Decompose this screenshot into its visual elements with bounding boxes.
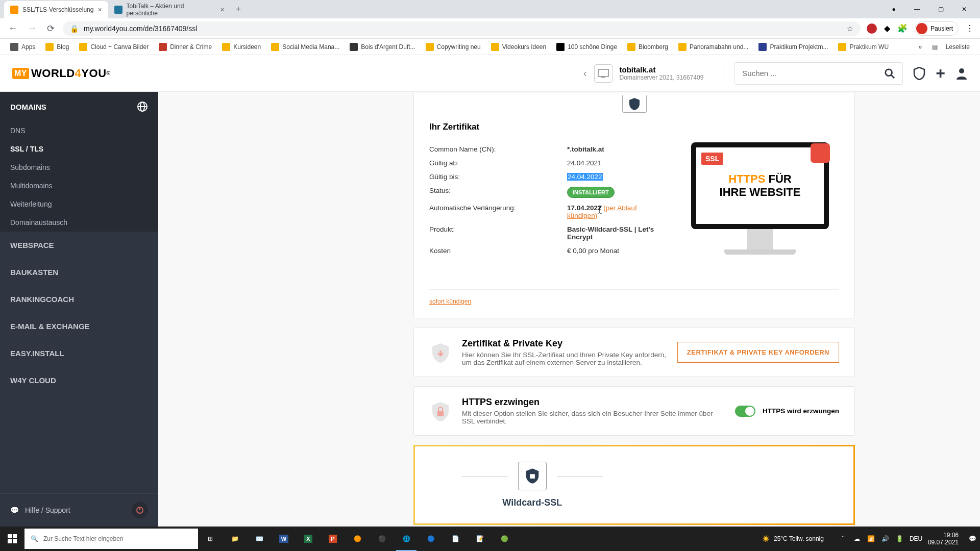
window-controls: ● — ▢ ✕: [882, 1, 976, 17]
mail-icon[interactable]: ✉️: [247, 527, 272, 551]
url-field[interactable]: 🔒 my.world4you.com/de/31667409/ssl ☆: [63, 21, 861, 36]
notifications-icon[interactable]: 💬: [968, 535, 977, 542]
bookmark[interactable]: Bois d'Argent Duft...: [346, 41, 419, 53]
reading-list-button[interactable]: ▤ Leseliste: [928, 41, 974, 53]
app-icon[interactable]: 🟠: [345, 527, 370, 551]
bookmark[interactable]: Bloomberg: [623, 41, 672, 53]
bookmark[interactable]: Blog: [41, 41, 73, 53]
https-toggle[interactable]: [735, 406, 755, 417]
close-icon[interactable]: ×: [220, 6, 224, 14]
logout-button[interactable]: [132, 502, 148, 518]
sidebar-item-subdomains[interactable]: Subdomains: [0, 158, 158, 177]
user-icon[interactable]: [955, 67, 968, 80]
volume-icon[interactable]: 🔊: [881, 535, 890, 542]
sidebar-item-multidomains[interactable]: Multidomains: [0, 177, 158, 195]
url-text: my.world4you.com/de/31667409/ssl: [84, 24, 197, 33]
svg-point-2: [886, 69, 892, 76]
plus-icon[interactable]: +: [936, 64, 945, 83]
sun-icon: ☀️: [762, 535, 770, 542]
sidebar-section-email[interactable]: E-MAIL & EXCHANGE: [0, 313, 158, 340]
powerpoint-icon[interactable]: P: [321, 527, 345, 551]
sidebar-section-baukasten[interactable]: BAUKASTEN: [0, 259, 158, 286]
wifi-icon[interactable]: 📶: [867, 535, 876, 542]
search-button[interactable]: [877, 63, 902, 84]
start-button[interactable]: [0, 527, 24, 551]
app-icon[interactable]: ●: [882, 1, 905, 17]
sidebar-item-dns[interactable]: DNS: [0, 121, 158, 140]
app-icon[interactable]: 📝: [468, 527, 492, 551]
browser-tab-active[interactable]: SSL/TLS-Verschlüsselung ×: [4, 1, 108, 18]
sidebar-item-domainaustausch[interactable]: Domainaustausch: [0, 213, 158, 232]
tray-chevron-icon[interactable]: ˄: [838, 535, 847, 542]
language-indicator[interactable]: DEU: [910, 535, 919, 542]
cert-title: Ihr Zertifikat: [429, 122, 839, 132]
sidebar-section-webspace[interactable]: WEBSPACE: [0, 232, 158, 259]
bookmark[interactable]: Praktikum WU: [834, 41, 893, 53]
section-desc: Mit dieser Option stellen Sie sicher, da…: [462, 410, 725, 425]
help-button[interactable]: 💬 Hilfe / Support: [10, 506, 70, 514]
taskview-button[interactable]: ⊞: [198, 527, 223, 551]
explorer-icon[interactable]: 📁: [223, 527, 247, 551]
star-icon[interactable]: ☆: [847, 24, 853, 33]
word-icon[interactable]: W: [272, 527, 296, 551]
profile-chip[interactable]: Pausiert: [915, 21, 959, 36]
back-button[interactable]: ←: [6, 21, 19, 36]
forward-button[interactable]: →: [26, 21, 39, 36]
shield-lock-icon: [518, 462, 547, 490]
extensions-button[interactable]: 🧩: [897, 23, 908, 33]
search-input[interactable]: [742, 69, 877, 78]
request-cert-button[interactable]: ZERTIFIKAT & PRIVATE KEY ANFORDERN: [677, 342, 839, 363]
chevron-left-icon[interactable]: ‹: [583, 67, 587, 79]
close-window-button[interactable]: ✕: [952, 1, 976, 17]
sidebar-item-ssl[interactable]: SSL / TLS: [0, 140, 158, 158]
bookmark[interactable]: Videokurs Ideen: [487, 41, 551, 53]
domain-picker[interactable]: ‹ tobitalk.at Domainserver 2021, 3166740…: [583, 64, 714, 83]
edge-icon[interactable]: 🔵: [419, 527, 443, 551]
onedrive-icon[interactable]: ☁: [852, 535, 862, 542]
bookmark[interactable]: Panoramabahn und...: [674, 41, 752, 53]
bookmark[interactable]: Praktikum Projektm...: [754, 41, 832, 53]
bookmark[interactable]: Kursideen: [218, 41, 265, 53]
sidebar-item-weiterleitung[interactable]: Weiterleitung: [0, 195, 158, 213]
taskbar: 🔍 Zur Suche Text hier eingeben ⊞ 📁 ✉️ W …: [0, 527, 980, 551]
bookmark[interactable]: Dinner & Crime: [155, 41, 216, 53]
weather-widget[interactable]: ☀️ 25°C Teilw. sonnig: [762, 535, 824, 542]
spotify-icon[interactable]: 🟢: [492, 527, 517, 551]
apps-button[interactable]: Apps: [6, 41, 39, 53]
excel-icon[interactable]: X: [296, 527, 321, 551]
minimize-button[interactable]: —: [905, 1, 929, 17]
sidebar-section-rankingcoach[interactable]: RANKINGCOACH: [0, 286, 158, 313]
maximize-button[interactable]: ▢: [929, 1, 952, 17]
close-icon[interactable]: ×: [97, 6, 102, 14]
search-wrap: [734, 62, 903, 85]
new-tab-button[interactable]: +: [231, 2, 247, 17]
sidebar-section-easyinstall[interactable]: EASY.INSTALL: [0, 340, 158, 367]
bookmark[interactable]: 100 schöne Dinge: [552, 41, 621, 53]
clock[interactable]: 19:06 09.07.2021: [924, 532, 963, 546]
battery-icon[interactable]: 🔋: [895, 535, 904, 542]
wildcard-ssl-promo: Wildcard-SSL: [413, 445, 855, 525]
browser-tab[interactable]: TobiTalk – Aktien und persönliche ×: [108, 1, 231, 18]
tab-bar: SSL/TLS-Verschlüsselung × TobiTalk – Akt…: [0, 0, 980, 18]
sidebar-section-domains[interactable]: DOMAINS: [0, 92, 158, 121]
lock-icon: 🔒: [70, 24, 79, 33]
bookmark[interactable]: Copywriting neu: [422, 41, 485, 53]
chrome-icon[interactable]: 🌐: [394, 527, 419, 551]
shield-icon[interactable]: [913, 67, 925, 80]
sidebar-section-w4ycloud[interactable]: W4Y CLOUD: [0, 367, 158, 394]
domain-sub: Domainserver 2021, 31667409: [620, 74, 704, 81]
logo[interactable]: MYWORLD4YOU®: [12, 67, 110, 80]
svg-rect-1: [601, 77, 605, 78]
obs-icon[interactable]: ⚫: [370, 527, 394, 551]
content[interactable]: Ihr Zertifikat Common Name (CN):*.tobita…: [158, 92, 980, 527]
extension-icon[interactable]: [867, 23, 877, 34]
app-icon[interactable]: 📄: [443, 527, 468, 551]
menu-button[interactable]: ⋮: [966, 23, 974, 33]
cancel-now-link[interactable]: sofort kündigen: [429, 289, 839, 305]
reload-button[interactable]: ⟳: [45, 21, 57, 36]
bookmarks-overflow[interactable]: »: [915, 41, 926, 53]
bookmark[interactable]: Cloud + Canva Bilder: [75, 41, 153, 53]
extension-icon[interactable]: ◆: [884, 23, 890, 33]
bookmark[interactable]: Social Media Mana...: [267, 41, 344, 53]
taskbar-search[interactable]: 🔍 Zur Suche Text hier eingeben: [24, 529, 198, 549]
